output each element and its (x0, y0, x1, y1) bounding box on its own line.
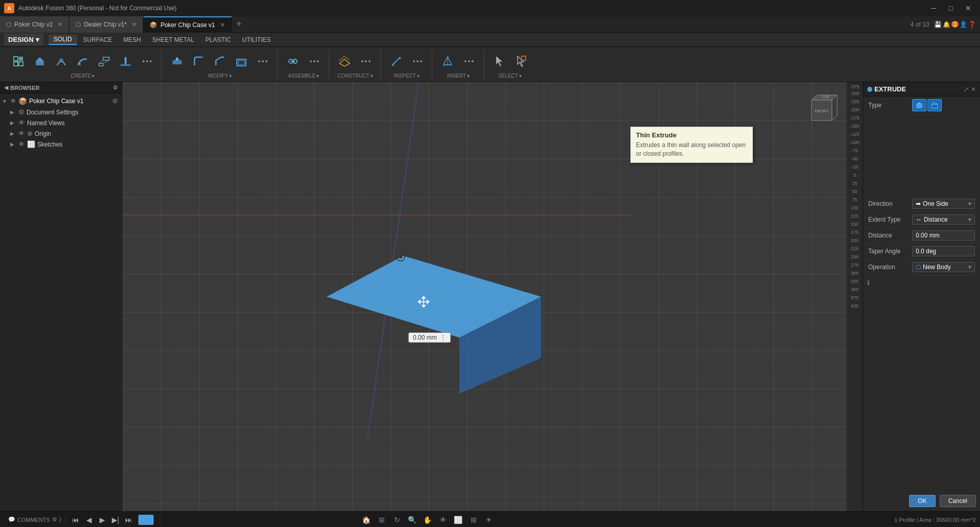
playback-controls: ⏮ ◀ ▶ ▶| ⏭ (66, 514, 160, 525)
orbit-button[interactable]: ↻ (390, 513, 404, 526)
taper-angle-input[interactable]: 0.0 deg (912, 246, 975, 256)
help-icon[interactable]: ❓ (968, 21, 976, 28)
measurement-options-icon[interactable]: ⋮ (440, 334, 446, 341)
environment-button[interactable]: ☀ (482, 513, 496, 526)
tab-poker-chip-case-v1[interactable]: 📦 Poker Chip Case v1 ✕ (143, 16, 232, 33)
maximize-button[interactable]: □ (943, 3, 959, 13)
shell-button[interactable] (231, 51, 252, 71)
measurement-label: 0.00 mm ⋮ (408, 332, 451, 343)
toolbar-tab-mesh[interactable]: MESH (118, 35, 146, 44)
more-insert-button[interactable] (459, 51, 479, 71)
rib-button[interactable] (115, 51, 136, 71)
extrude-expand-icon[interactable]: ⤢ (964, 86, 969, 93)
direction-select[interactable]: ➡ One Side ▾ (912, 199, 975, 209)
tree-item-doc-settings[interactable]: ▶ ⚙ Document Settings (0, 107, 122, 117)
select-filter-button[interactable] (510, 51, 531, 71)
more-inspect-button[interactable] (407, 51, 428, 71)
tab-dealer-chip-v1[interactable]: ⬡ Dealer Chip v1* ✕ (69, 16, 143, 33)
grid-settings-button[interactable]: ⊞ (467, 513, 480, 526)
chamfer-button[interactable] (210, 51, 230, 71)
display-settings-button[interactable]: ⬜ (452, 513, 465, 526)
new-component-button[interactable] (8, 51, 29, 71)
tab-label: Dealer Chip v1* (84, 21, 127, 28)
ruler-mark: 25 (852, 181, 857, 186)
extent-type-select[interactable]: ↔ Distance ▾ (912, 214, 975, 225)
cancel-button[interactable]: Cancel (940, 495, 976, 507)
close-button[interactable]: ✕ (961, 3, 976, 13)
tree-item-origin[interactable]: ▶ 👁 ⊕ Origin (0, 128, 122, 139)
tab-poker-chip-v2[interactable]: ⬡ Poker Chip v2 ✕ (0, 16, 69, 33)
ok-button[interactable]: OK (909, 495, 935, 507)
zoom-button[interactable]: 🔍 (406, 513, 419, 526)
pan-button[interactable]: ✋ (421, 513, 434, 526)
play-button[interactable]: ▶ (96, 514, 108, 525)
comments-label: COMMENTS (17, 517, 50, 523)
more-modify-button[interactable] (253, 51, 273, 71)
type-thin-button[interactable] (927, 99, 942, 111)
tree-eye-icon[interactable]: 👁 (10, 98, 16, 105)
look-at-button[interactable]: 👁 (436, 513, 450, 526)
extrude-dot (867, 87, 872, 92)
toolbar-tab-utilities[interactable]: UTILITIES (237, 35, 276, 44)
tree-item-named-views[interactable]: ▶ 👁 Named Views (0, 117, 122, 128)
tree-settings-icon[interactable]: ⚙ (112, 98, 118, 105)
save-icon[interactable]: 💾 (934, 21, 942, 28)
type-solid-button[interactable] (912, 99, 926, 111)
joint-button[interactable] (283, 51, 303, 71)
skip-to-start-button[interactable]: ⏮ (70, 514, 81, 525)
comments-settings-icon[interactable]: ⚙ (52, 516, 57, 523)
design-dropdown[interactable]: DESIGN ▾ (4, 34, 43, 45)
more-assemble-button[interactable] (304, 51, 325, 71)
timeline-thumb[interactable] (138, 515, 154, 525)
revolve-button[interactable] (51, 51, 71, 71)
tab-close-button[interactable]: ✕ (220, 21, 225, 29)
operation-row: Operation ⬡ New Body ▾ (863, 259, 980, 275)
extrude-button[interactable] (30, 51, 50, 71)
more-create-button[interactable] (137, 51, 157, 71)
toolbar-tab-solid[interactable]: SOLID (48, 35, 77, 45)
step-back-button[interactable]: ◀ (83, 514, 94, 525)
add-tab-button[interactable]: + (232, 17, 246, 32)
svg-marker-20 (175, 57, 179, 60)
browser-settings-icon[interactable]: ⚙ (113, 84, 118, 91)
tab-close-button[interactable]: ✕ (58, 21, 63, 28)
navigation-cube[interactable]: FRONT TOP (801, 90, 842, 131)
extrude-close-icon[interactable]: ✕ (971, 86, 976, 93)
toolbar-tab-plastic[interactable]: PLASTIC (200, 35, 236, 44)
distance-input[interactable]: 0.00 mm (912, 230, 975, 241)
notification-icon[interactable]: 🔔 (943, 21, 950, 28)
fillet-button[interactable] (188, 51, 209, 71)
tree-component-icon: 📦 (18, 97, 27, 105)
comments-expand-icon[interactable]: ⟩ (59, 516, 61, 523)
construct-group: CONSTRUCT ▾ (330, 49, 381, 80)
browser-collapse-icon[interactable]: ◀ (4, 84, 8, 91)
home-view-button[interactable]: 🏠 (360, 513, 373, 526)
step-forward-button[interactable]: ▶| (110, 514, 121, 525)
loft-button[interactable] (94, 51, 114, 71)
info-icon[interactable]: ℹ (867, 279, 870, 286)
account-icon[interactable]: 👤 (960, 21, 967, 28)
ruler-mark: 225 (851, 246, 859, 251)
more-construct-button[interactable] (356, 51, 376, 71)
offset-plane-button[interactable] (334, 51, 355, 71)
tab-close-button[interactable]: ✕ (132, 21, 137, 28)
tree-item-root[interactable]: ▼ 👁 📦 Poker Chip Case v1 ⚙ (0, 95, 122, 107)
press-pull-button[interactable] (167, 51, 187, 71)
toolbar-tab-sheet-metal[interactable]: SHEET METAL (147, 35, 199, 44)
svg-marker-71 (916, 102, 922, 104)
fit-screen-button[interactable]: ⊞ (375, 513, 388, 526)
insert-mesh-button[interactable] (437, 51, 458, 71)
skip-to-end-button[interactable]: ⏭ (123, 514, 134, 525)
extrude-type-row: Type (863, 97, 980, 114)
direction-value: One Side (923, 200, 948, 207)
operation-select[interactable]: ⬡ New Body ▾ (912, 262, 975, 272)
tree-item-label: Sketches (37, 141, 118, 148)
select-button[interactable] (489, 51, 509, 71)
sweep-button[interactable] (72, 51, 93, 71)
tree-item-sketches[interactable]: ▶ 👁 ⬜ Sketches (0, 139, 122, 150)
svg-rect-4 (14, 62, 18, 66)
minimize-button[interactable]: ─ (926, 3, 941, 13)
toolbar-tab-surface[interactable]: SURFACE (78, 35, 117, 44)
measure-button[interactable] (386, 51, 406, 71)
browser-title: BROWSER (10, 85, 39, 91)
